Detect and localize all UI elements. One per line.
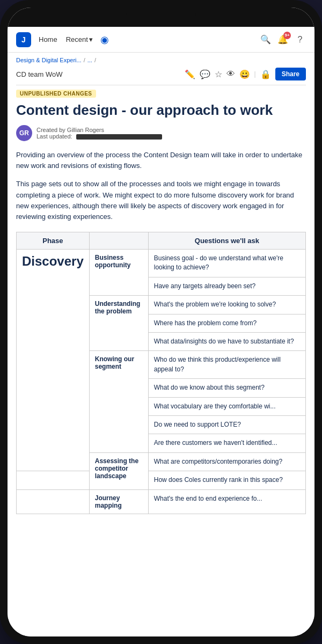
subphase-journey-mapping: Journey mapping <box>89 489 148 514</box>
breadcrumb-middle[interactable]: ... <box>87 57 92 63</box>
avatar: GR <box>16 125 32 141</box>
share-button[interactable]: Share <box>275 68 306 80</box>
edit-icon[interactable]: ✏️ <box>185 69 195 79</box>
app-logo[interactable]: J <box>16 32 31 47</box>
header-subphase <box>89 232 148 250</box>
unpublished-badge: UNPUBLISHED CHANGES <box>16 90 96 98</box>
phone-frame: J Home Recent ▾ ◉ 🔍 🔔 9+ ? <box>0 0 322 644</box>
page-title: Content design - our approach to work <box>8 100 314 125</box>
question-cell: What's the end to end experience fo... <box>148 489 305 514</box>
body-paragraph-1: Providing an overview of the process the… <box>8 148 314 177</box>
phone-screen: J Home Recent ▾ ◉ 🔍 🔔 9+ ? <box>8 8 314 636</box>
notch <box>126 8 196 23</box>
notification-icon[interactable]: 🔔 9+ <box>277 34 289 46</box>
question-cell: What are competitors/contemporaries doin… <box>148 452 305 471</box>
chevron-down-icon: ▾ <box>89 35 93 43</box>
breadcrumb-sep2: / <box>94 57 96 63</box>
nav-actions: 🔍 🔔 9+ ? <box>260 34 306 46</box>
confluence-icon: ◉ <box>100 34 109 46</box>
divider-icon: | <box>254 70 256 78</box>
page-section-title: CD team WoW <box>16 70 62 78</box>
phase-cell-empty <box>17 471 90 489</box>
help-icon[interactable]: ? <box>294 34 306 46</box>
nav-links: Home Recent ▾ ◉ <box>35 33 255 46</box>
author-info: Created by Gillian Rogers Last updated: <box>36 127 162 140</box>
page-toolbar: CD team WoW ✏️ 💬 ☆ 👁 😀 | 🔒 Share <box>8 65 314 85</box>
breadcrumb-sep1: / <box>84 57 85 63</box>
logo-text: J <box>21 35 26 44</box>
question-cell: What vocabulary are they comfortable wi.… <box>148 397 305 415</box>
toolbar-divider <box>16 85 306 85</box>
subphase-business-opportunity: Business opportunity <box>89 250 148 296</box>
recent-label: Recent <box>66 35 88 43</box>
table-row: Journey mapping What's the end to end ex… <box>17 489 306 514</box>
emoji-icon[interactable]: 😀 <box>239 69 250 79</box>
header-questions: Questions we'll ask <box>148 232 305 250</box>
question-cell: Are there customers we haven't identifie… <box>148 434 305 452</box>
question-cell: What data/insights do we have to substan… <box>148 332 305 350</box>
table-row: How does Coles currently rank in this sp… <box>17 471 306 489</box>
nav-recent[interactable]: Recent ▾ <box>63 33 96 46</box>
updated-label: Last updated: <box>36 133 72 140</box>
top-nav: J Home Recent ▾ ◉ 🔍 🔔 9+ ? <box>8 27 314 53</box>
content-table: Phase Questions we'll ask Discovery Busi… <box>16 232 306 514</box>
author-updated: Last updated: <box>36 133 162 140</box>
breadcrumb-parent[interactable]: Design & Digital Experi... <box>16 57 82 63</box>
subphase-competitor-landscape: Assessing the competitor landscape <box>89 452 148 489</box>
page-content: Design & Digital Experi... / ... / CD te… <box>8 53 314 636</box>
status-bar <box>8 8 314 27</box>
redacted-timestamp <box>76 134 162 140</box>
breadcrumb: Design & Digital Experi... / ... / <box>8 53 314 65</box>
question-cell: Do we need to support LOTE? <box>148 415 305 434</box>
author-row: GR Created by Gillian Rogers Last update… <box>8 125 314 148</box>
toolbar-icons: ✏️ 💬 ☆ 👁 😀 | 🔒 Share <box>185 68 306 80</box>
subphase-understanding-problem: Understanding the problem <box>89 296 148 351</box>
question-cell: What's the problem we're looking to solv… <box>148 296 305 314</box>
lock-icon[interactable]: 🔒 <box>260 69 271 79</box>
notification-badge: 9+ <box>283 32 291 39</box>
question-cell: Who do we think this product/experience … <box>148 351 305 379</box>
header-phase: Phase <box>17 232 90 250</box>
question-cell: Have any targets already been set? <box>148 277 305 295</box>
search-icon[interactable]: 🔍 <box>260 34 272 46</box>
content-table-wrapper: Phase Questions we'll ask Discovery Busi… <box>8 228 314 518</box>
question-cell: Business goal - do we understand what we… <box>148 250 305 277</box>
question-cell: How does Coles currently rank in this sp… <box>148 471 305 489</box>
phase-cell-empty2 <box>17 489 90 514</box>
question-cell: Where has the problem come from? <box>148 314 305 332</box>
subphase-knowing-segment: Knowing our segment <box>89 351 148 452</box>
question-cell: What do we know about this segment? <box>148 379 305 397</box>
author-created: Created by Gillian Rogers <box>36 127 162 133</box>
phase-discovery: Discovery <box>17 250 90 471</box>
star-icon[interactable]: ☆ <box>215 69 222 79</box>
table-header-row: Phase Questions we'll ask <box>17 232 306 250</box>
view-icon[interactable]: 👁 <box>226 69 235 79</box>
body-paragraph-2: This page sets out to show all of the pr… <box>8 177 314 228</box>
nav-home[interactable]: Home <box>35 33 61 46</box>
comment-icon[interactable]: 💬 <box>200 69 210 79</box>
table-row: Discovery Business opportunity Business … <box>17 250 306 277</box>
